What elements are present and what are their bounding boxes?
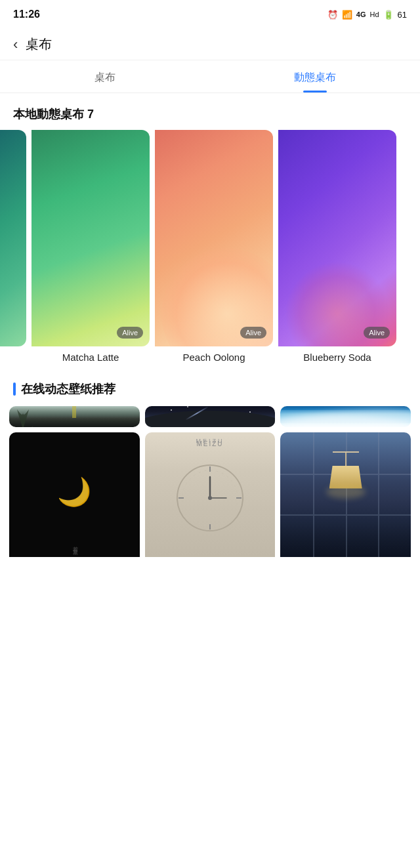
status-bar: 11:26 ⏰ 📶 4G Hd 🔋 61 (0, 0, 420, 29)
battery-level: 61 (398, 10, 407, 20)
signal-icon: 📶 (342, 10, 352, 20)
online-label-lamp (280, 557, 411, 566)
status-time: 11:26 (13, 9, 40, 20)
page-title: 桌布 (26, 35, 52, 53)
online-card-ocean[interactable]: OS10 呼吸特效壁... (280, 406, 411, 427)
alive-badge-matcha: Alive (117, 327, 143, 339)
wallpaper-item-blueberry[interactable]: Alive Blueberry Soda (278, 130, 396, 363)
header: ‹ 桌布 (0, 29, 420, 60)
online-card-stars[interactable]: 幸有繁星 (145, 406, 276, 427)
status-icons: ⏰ 📶 4G Hd 🔋 61 (327, 10, 407, 20)
alarm-icon: ⏰ (327, 10, 338, 20)
wallpaper-label-peach: Peach Oolong (155, 352, 273, 363)
wallpaper-label-blueberry: Blueberry Soda (278, 352, 396, 363)
online-card-lamp[interactable] (280, 432, 411, 566)
svg-point-8 (208, 496, 212, 500)
battery-icon: 🔋 (383, 10, 394, 20)
wallpaper-item-peach[interactable]: Alive Peach Oolong (155, 130, 273, 363)
local-wallpapers-scroll[interactable]: Alive Matcha Latte Alive Peach Oolong Al… (0, 130, 420, 368)
online-card-moon[interactable]: 🌙 若有繁星 (9, 432, 140, 566)
wallpaper-item-first[interactable] (0, 130, 26, 363)
online-section-header: 在线动态壁纸推荐 (0, 368, 420, 406)
online-card-clock[interactable]: MEIZU (145, 432, 276, 566)
back-button[interactable]: ‹ (13, 37, 18, 52)
online-label-moon (9, 557, 140, 566)
local-section-header: 本地動態桌布 7 (0, 93, 420, 130)
tab-dynamic[interactable]: 動態桌布 (210, 60, 420, 93)
alive-badge-peach: Alive (240, 327, 266, 339)
alive-badge-blueberry: Alive (364, 327, 390, 339)
tab-static[interactable]: 桌布 (0, 60, 210, 93)
online-label-clock (145, 557, 276, 566)
tab-bar: 桌布 動態桌布 (0, 60, 420, 93)
wallpaper-item-matcha[interactable]: Alive Matcha Latte (32, 130, 150, 363)
hd-icon: 4G (356, 10, 366, 18)
online-wallpapers-grid: 路遥 幸有繁星 OS10 呼吸特效壁... 🌙 若有繁星 (0, 406, 420, 566)
wallpaper-label-matcha: Matcha Latte (32, 352, 150, 363)
online-card-road[interactable]: 路遥 (9, 406, 140, 427)
extra-icon: Hd (369, 10, 379, 18)
